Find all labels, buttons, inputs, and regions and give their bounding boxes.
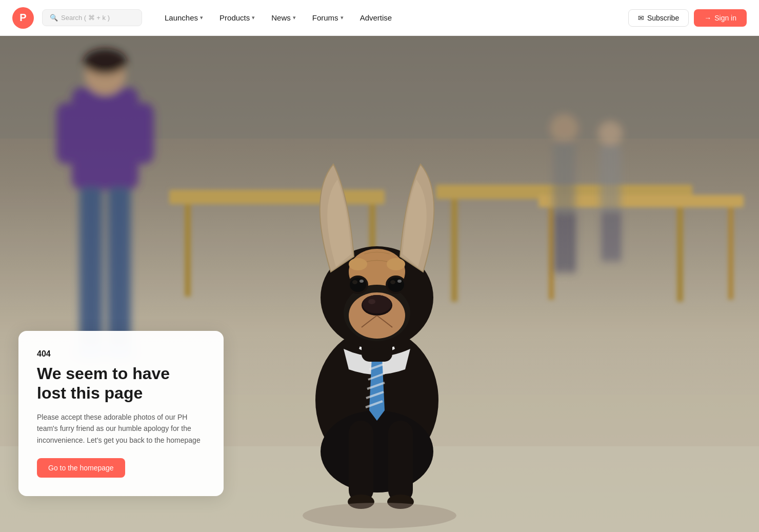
search-icon: 🔍	[50, 14, 58, 22]
subscribe-button[interactable]: ✉ Subscribe	[628, 9, 689, 27]
nav-links: Launches ▾ Products ▾ News ▾ Forums ▾ Ad…	[156, 9, 624, 26]
nav-link-news[interactable]: News ▾	[263, 9, 304, 26]
logo-letter: P	[19, 12, 26, 24]
svg-point-52	[350, 278, 366, 292]
svg-point-45	[387, 258, 405, 270]
svg-point-57	[390, 280, 395, 284]
svg-rect-25	[600, 145, 621, 211]
svg-rect-12	[56, 103, 77, 164]
svg-rect-37	[349, 421, 373, 503]
nav-link-products[interactable]: Products ▾	[211, 9, 263, 26]
svg-point-53	[352, 280, 357, 284]
logo[interactable]: P	[12, 7, 34, 29]
subscribe-label: Subscribe	[647, 14, 679, 22]
chevron-down-icon: ▾	[293, 14, 296, 21]
error-title: We seem to have lost this page	[37, 364, 205, 403]
chevron-down-icon: ▾	[341, 14, 344, 21]
svg-rect-9	[549, 207, 554, 300]
svg-point-54	[359, 280, 364, 283]
svg-rect-10	[728, 207, 733, 300]
svg-point-58	[397, 280, 402, 283]
subscribe-icon: ✉	[638, 14, 644, 22]
svg-rect-2	[169, 190, 385, 204]
svg-point-19	[84, 49, 127, 74]
svg-rect-38	[388, 421, 413, 503]
svg-rect-13	[133, 103, 154, 164]
svg-point-44	[349, 258, 367, 270]
svg-rect-11	[72, 87, 138, 190]
svg-rect-7	[677, 199, 683, 302]
navbar: P 🔍 Search ( ⌘ + k ) Launches ▾ Products…	[0, 0, 759, 36]
svg-rect-6	[451, 199, 457, 302]
signin-label: Sign in	[714, 14, 736, 22]
error-card: 404 We seem to have lost this page Pleas…	[18, 331, 224, 496]
svg-rect-27	[612, 210, 621, 262]
signin-icon: →	[704, 14, 711, 22]
chevron-down-icon: ▾	[252, 14, 255, 21]
svg-point-31	[321, 410, 433, 492]
svg-rect-3	[185, 204, 191, 297]
chevron-down-icon: ▾	[200, 14, 203, 21]
svg-rect-15	[108, 187, 131, 351]
svg-rect-21	[553, 141, 575, 213]
svg-point-49	[363, 295, 391, 313]
svg-point-20	[550, 114, 578, 143]
signin-button[interactable]: → Sign in	[694, 9, 747, 27]
go-to-homepage-button[interactable]: Go to the homepage	[37, 458, 125, 478]
nav-link-forums[interactable]: Forums ▾	[304, 9, 352, 26]
search-bar[interactable]: 🔍 Search ( ⌘ + k )	[42, 9, 142, 26]
svg-point-59	[303, 503, 456, 528]
svg-rect-14	[79, 187, 103, 351]
svg-rect-22	[555, 211, 564, 273]
svg-point-50	[368, 299, 375, 304]
svg-rect-26	[602, 210, 610, 262]
search-placeholder-text: Search ( ⌘ + k )	[61, 14, 110, 22]
nav-link-advertise[interactable]: Advertise	[352, 9, 401, 26]
error-description: Please accept these adorable photos of o…	[37, 411, 205, 446]
svg-rect-23	[566, 211, 575, 273]
nav-actions: ✉ Subscribe → Sign in	[628, 9, 747, 27]
svg-point-56	[388, 278, 404, 292]
error-code: 404	[37, 349, 205, 359]
svg-point-24	[598, 121, 623, 146]
nav-link-launches[interactable]: Launches ▾	[156, 9, 211, 26]
